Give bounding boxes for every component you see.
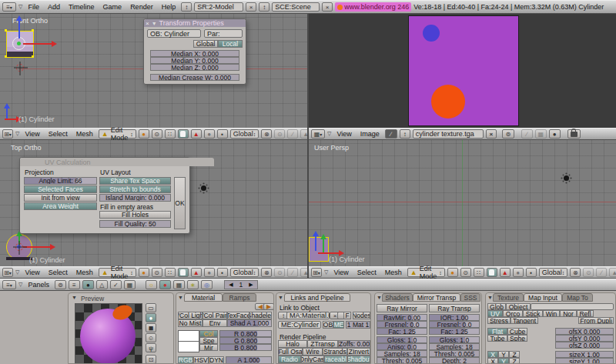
shadbuf-toggle[interactable]: Shadbuf xyxy=(347,356,370,363)
manipulator-rotate-icon[interactable]: ● xyxy=(204,129,215,139)
angle-limit-slider[interactable]: Angle Limit: 66 xyxy=(24,177,97,185)
scene-context-icon[interactable]: ▦ xyxy=(124,280,136,289)
lamp-object[interactable] xyxy=(564,175,569,181)
manipulator-translate-icon[interactable]: ▲ xyxy=(191,268,202,277)
layers-icon[interactable]: ∷ xyxy=(165,268,176,277)
tab-ramps[interactable]: Ramps xyxy=(223,293,256,302)
full-osa-toggle[interactable]: Full Osa xyxy=(278,348,303,356)
area-weight-toggle[interactable]: Area Weight xyxy=(24,202,97,210)
gloss-transp-slider[interactable]: Gloss: 1.0 xyxy=(429,336,480,343)
tab-material[interactable]: Material xyxy=(184,293,223,302)
fac-mirror-slider[interactable]: Fac: 1.25 xyxy=(377,328,427,335)
fake-user-button[interactable]: F xyxy=(343,312,351,319)
reload-image-icon[interactable]: ⊚ xyxy=(502,129,514,139)
header-collapse-icon[interactable]: ▽ xyxy=(18,4,22,10)
tab-shaders[interactable]: Shaders xyxy=(382,293,413,302)
samples-mirror-field[interactable]: Samples: 18 xyxy=(377,350,427,357)
texture-mode-icon[interactable]: ▦ xyxy=(535,129,547,139)
menu-view[interactable]: View xyxy=(22,269,42,276)
cube-toggle[interactable]: Cube xyxy=(507,328,527,335)
ofsz-field[interactable]: ofsZ 0.000 xyxy=(555,342,614,349)
pivot-point-icon[interactable]: ⊙ xyxy=(152,268,162,277)
layers-icon[interactable]: ∷ xyxy=(165,129,176,139)
ok-button[interactable]: OK xyxy=(174,177,186,229)
menu-view[interactable]: View xyxy=(22,130,42,138)
env-toggle[interactable]: Env xyxy=(203,319,227,327)
spe-toggle[interactable]: Spe xyxy=(199,337,218,344)
panel-collapse-icon[interactable]: ▼ xyxy=(487,295,493,300)
manipulator-hand-icon[interactable] xyxy=(178,129,189,139)
shad-a-slider[interactable]: Shad A 1.000 xyxy=(227,319,272,327)
panel-collapse-icon[interactable]: ▼ xyxy=(72,295,77,300)
fill-holes-toggle[interactable]: Fill Holes xyxy=(99,211,171,219)
paint-mode-icon[interactable]: ∕ xyxy=(521,129,533,139)
x1-toggle[interactable]: X xyxy=(487,351,498,358)
proportional-edit-icon[interactable]: ⊗ xyxy=(570,268,581,277)
sizey-field[interactable]: sizeY 1.00 xyxy=(555,358,614,364)
stretch-to-bounds-toggle[interactable]: Stretch to bounds xyxy=(99,185,171,193)
preview-sphere-icon[interactable]: ● xyxy=(146,313,156,322)
thresh-mirror-field[interactable]: Thresh: 0.005 xyxy=(377,357,427,364)
manipulator-scale-icon[interactable]: ▪ xyxy=(217,129,228,139)
render-preview-icon[interactable]: ∕ xyxy=(287,268,298,277)
object-context-icon[interactable]: △ xyxy=(96,280,108,289)
y1-toggle[interactable]: Y xyxy=(498,351,509,358)
manipulator-scale-icon[interactable]: ▪ xyxy=(217,268,228,277)
gloss-mirror-slider[interactable]: Gloss: 1.0 xyxy=(377,336,427,343)
samples-transp-field[interactable]: Samples: 18 xyxy=(429,343,480,350)
island-margin-field[interactable]: Island Margin: 0.000 xyxy=(99,194,171,202)
menu-panels[interactable]: Panels xyxy=(25,281,52,289)
tab-mirror-transp[interactable]: Mirror Transp xyxy=(413,293,460,302)
tangent-toggle[interactable]: Tangent xyxy=(511,317,538,324)
snap-icon[interactable]: ⊙ xyxy=(274,129,285,139)
glob-toggle[interactable]: Glob xyxy=(487,303,506,310)
b-slider[interactable]: B 0.800 xyxy=(219,344,272,351)
median-y-field[interactable]: Median Y: 0.000 xyxy=(150,57,239,64)
preview-cube-icon[interactable]: ◼ xyxy=(146,323,156,332)
draw-type-icon[interactable]: ● xyxy=(139,268,149,277)
shading-context-icon[interactable]: ● xyxy=(82,280,94,289)
editor-type-icon[interactable]: ≡▾ xyxy=(2,280,16,289)
vcol-light-toggle[interactable]: VCol Light xyxy=(178,312,203,319)
fac-transp-slider[interactable]: Fac: 1.25 xyxy=(429,328,480,335)
fresnel-mirror-slider[interactable]: Fresnel: 0.0 xyxy=(377,321,427,328)
draw-type-icon[interactable]: ● xyxy=(447,268,458,277)
object-toggle[interactable]: Object xyxy=(506,303,531,310)
local-toggle[interactable]: Local xyxy=(218,40,243,48)
area-splitter[interactable] xyxy=(307,14,309,279)
opengl-render-icon[interactable]: ▲ xyxy=(609,268,616,277)
cylinder-mesh-persp[interactable] xyxy=(309,237,329,262)
mode-dropdown[interactable]: ▲ Edit Mode ↕ xyxy=(99,129,136,139)
preview-osa-icon[interactable]: ⊡ xyxy=(146,355,156,364)
manipulator-center[interactable] xyxy=(17,42,21,45)
lock-icon[interactable] xyxy=(567,129,581,139)
manipulator-translate-icon[interactable]: ▲ xyxy=(191,129,202,139)
manipulator-hand-icon[interactable] xyxy=(487,268,497,277)
preview-monkey-icon[interactable]: ☺ xyxy=(146,333,156,342)
me-toggle[interactable]: ME xyxy=(333,321,344,329)
wire-toggle[interactable]: Wire xyxy=(303,348,323,356)
depth-transp-field[interactable]: Depth: 2 xyxy=(429,357,480,364)
texture-image[interactable] xyxy=(408,15,519,126)
header-collapse-icon[interactable]: ▽ xyxy=(15,131,19,137)
init-from-view-toggle[interactable]: Init from view xyxy=(24,194,97,202)
manipulator-rotate-icon[interactable]: ● xyxy=(204,268,215,277)
orco-toggle[interactable]: Orco xyxy=(503,310,523,317)
strands-toggle[interactable]: Strands xyxy=(323,348,347,356)
menu-game[interactable]: Game xyxy=(100,3,126,11)
col-toggle[interactable]: Col xyxy=(199,330,218,337)
selected-faces-toggle[interactable]: Selected Faces xyxy=(24,185,97,193)
ob-name-field[interactable]: OB: Cylinder xyxy=(147,29,201,38)
script-context-icon[interactable]: ≡ xyxy=(69,280,80,289)
viewport-top-ortho[interactable]: Top Ortho (1) Cylinder UV Calculation Pr… xyxy=(0,140,307,266)
panel-collapse-icon[interactable]: ▼ xyxy=(152,21,157,26)
mir-toggle[interactable]: Mir xyxy=(199,344,218,351)
radio-toggle[interactable]: Radio xyxy=(278,356,301,363)
header-collapse-icon[interactable]: ▽ xyxy=(327,131,331,137)
manipulator-translate-icon[interactable]: ▲ xyxy=(500,268,511,277)
texture-buttons-icon[interactable]: ▦ xyxy=(173,280,185,289)
nodes-toggle[interactable]: Nodes xyxy=(353,312,370,319)
vcol-paint-toggle[interactable]: VCol Paint xyxy=(203,312,227,319)
ofsx-field[interactable]: ofsX 0.000 xyxy=(555,328,614,335)
menu-help[interactable]: Help xyxy=(159,3,179,11)
